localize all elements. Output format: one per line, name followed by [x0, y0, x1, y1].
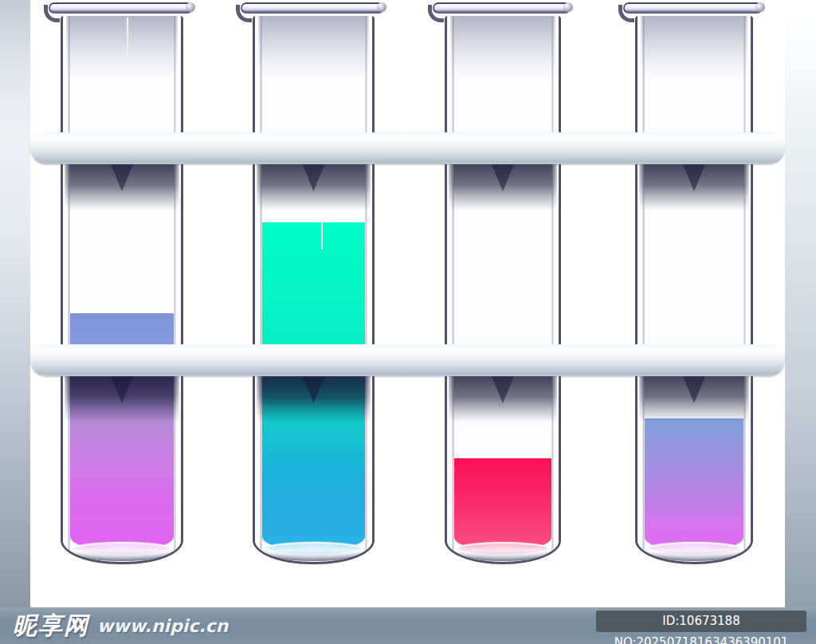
- watermark-site-url: www.nipic.cn: [97, 616, 229, 636]
- rack-shadow-upper: [257, 164, 371, 210]
- rack-shadow-lower: [449, 376, 557, 422]
- watermark-site-name: 昵享网: [13, 610, 89, 642]
- background-panel-left: [0, 0, 30, 607]
- image-id-badge: ID:10673188 NO:20250718163436390101: [596, 611, 806, 632]
- liquid-blue-orchid: [645, 418, 743, 551]
- rack-shadow-upper: [449, 164, 557, 210]
- tube-inner-shadow: [258, 16, 369, 78]
- glass-highlight: [321, 222, 323, 249]
- tube-body: [253, 16, 375, 564]
- tube-inner-shadow: [450, 16, 555, 78]
- tube-base-glass: [448, 542, 558, 561]
- test-tube-4: [635, 16, 753, 564]
- test-tube-2: [253, 16, 375, 564]
- tube-rim: [49, 2, 193, 14]
- tube-body: [445, 16, 561, 564]
- tube-rim: [433, 2, 571, 14]
- rack-bar-lower: [30, 344, 785, 376]
- liquid-pink: [454, 458, 551, 551]
- liquid-teal: [262, 222, 365, 364]
- rack-shadow-upper: [65, 164, 179, 210]
- rack-bar-upper: [30, 132, 785, 164]
- stock-illustration-test-tubes: 昵享网 www.nipic.cn ID:10673188 NO:20250718…: [0, 0, 816, 644]
- tube-body: [61, 16, 183, 564]
- tube-inner-shadow: [66, 16, 178, 78]
- tube-base-glass: [64, 542, 180, 561]
- tube-body: [635, 16, 753, 564]
- test-tube-1: [61, 16, 183, 564]
- rack-shadow-lower: [257, 376, 371, 422]
- test-tube-3: [445, 16, 561, 564]
- rack-shadow-lower: [639, 376, 749, 422]
- tube-rim: [241, 2, 384, 14]
- tube-base-glass: [638, 542, 750, 561]
- tube-base-glass: [256, 542, 371, 561]
- rack-shadow-lower: [65, 376, 179, 422]
- background-panel-right: [785, 0, 816, 607]
- rack-shadow-upper: [639, 164, 749, 210]
- tube-inner-shadow: [641, 16, 747, 78]
- tube-rim: [623, 2, 763, 14]
- glass-highlight: [127, 18, 128, 73]
